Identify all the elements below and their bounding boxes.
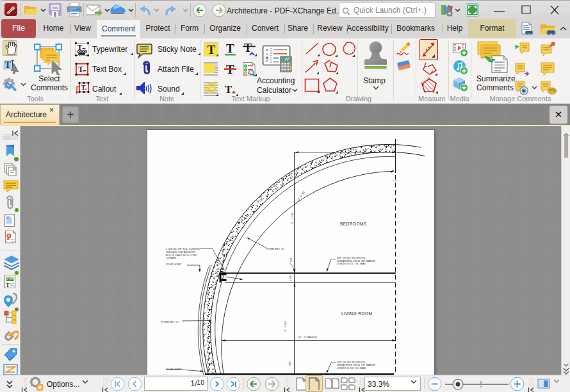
svg-text:1 7/8": 1 7/8": [289, 274, 292, 281]
svg-text:5/8": 5/8": [288, 361, 291, 366]
svg-text:JOISTS @ 16" O/C MAX: JOISTS @ 16" O/C MAX: [337, 262, 366, 265]
svg-text:T: T: [208, 43, 216, 56]
svg-text:23' - 9 3/4": 23' - 9 3/4": [297, 190, 306, 202]
svg-text:T: T: [226, 42, 234, 55]
svg-text:9' - 0 3/4": 9' - 0 3/4": [284, 320, 287, 332]
svg-text:17' - 7 5/8": 17' - 7 5/8": [291, 212, 294, 225]
svg-text:T.: T.: [81, 84, 87, 91]
svg-text:BEDROOMS: BEDROOMS: [340, 222, 367, 226]
svg-text:T: T: [77, 43, 83, 52]
svg-text:T: T: [225, 83, 232, 95]
svg-text:FORM SET #2: FORM SET #2: [161, 320, 179, 323]
svg-text:16' - 0" RADIUS: 16' - 0" RADIUS: [298, 336, 317, 339]
svg-text:T: T: [244, 42, 252, 54]
svg-text:T: T: [78, 65, 84, 74]
svg-text:POUR JOINT: POUR JOINT: [166, 368, 182, 371]
svg-text:LIVING ROOM: LIVING ROOM: [341, 311, 372, 316]
svg-text:POUR JOINT: POUR JOINT: [166, 263, 182, 266]
svg-text:T: T: [6, 282, 10, 288]
svg-text:5/8": 5/8": [289, 257, 293, 262]
svg-text:FORM SET #3: FORM SET #3: [266, 247, 284, 250]
svg-text:CORBEL: CORBEL: [166, 256, 177, 259]
svg-text:T: T: [5, 60, 12, 70]
svg-text:JOISTS @ 16" O/C MAX: JOISTS @ 16" O/C MAX: [337, 366, 366, 370]
